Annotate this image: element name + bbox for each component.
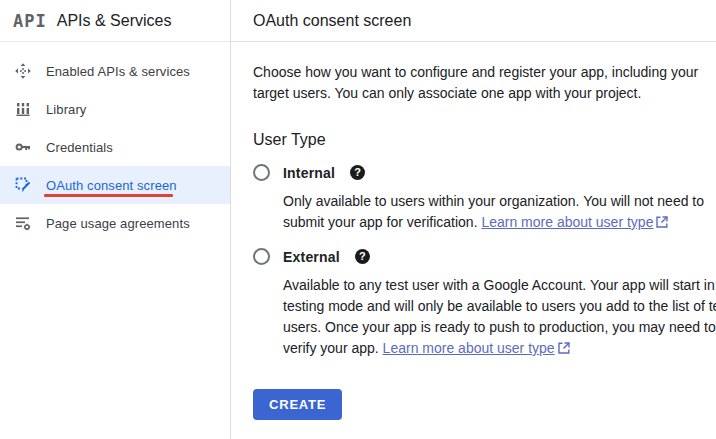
sidebar: API APIs & Services Enabled APIs & servi…	[0, 0, 231, 439]
external-link-icon	[656, 216, 668, 228]
key-icon	[14, 138, 32, 156]
agreements-gear-icon	[14, 214, 32, 232]
page-title: OAuth consent screen	[253, 12, 411, 30]
app-title: APIs & Services	[57, 12, 172, 30]
intro-text: Choose how you want to configure and reg…	[253, 62, 716, 104]
internal-help-icon[interactable]: ?	[350, 165, 365, 180]
learn-more-link-external[interactable]: Learn more about user type	[383, 340, 570, 356]
external-help-icon[interactable]: ?	[355, 249, 370, 264]
external-link-icon	[558, 342, 570, 354]
internal-label: Internal	[283, 165, 335, 181]
sidebar-item-label: Library	[46, 102, 86, 117]
sidebar-item-label: Enabled APIs & services	[46, 64, 190, 79]
sidebar-item-label: Credentials	[46, 140, 113, 155]
apis-dashboard-icon	[14, 62, 32, 80]
external-label: External	[283, 249, 340, 265]
sidebar-item-library[interactable]: Library	[0, 90, 230, 128]
sidebar-item-page-usage-agreements[interactable]: Page usage agreements	[0, 204, 230, 242]
create-button[interactable]: CREATE	[253, 389, 342, 420]
user-type-heading: User Type	[253, 131, 716, 149]
sidebar-header: API APIs & Services	[0, 0, 230, 42]
page-header: OAuth consent screen	[231, 0, 716, 42]
external-description: Available to any test user with a Google…	[283, 275, 716, 359]
sidebar-item-oauth-consent-screen[interactable]: OAuth consent screen	[0, 166, 230, 204]
apis-services-console: API APIs & Services Enabled APIs & servi…	[0, 0, 716, 439]
annotation-red-underline	[44, 194, 173, 197]
sidebar-item-label: Page usage agreements	[46, 216, 190, 231]
page-body: Choose how you want to configure and reg…	[231, 42, 716, 420]
sidebar-nav: Enabled APIs & services Library	[0, 42, 230, 242]
sidebar-item-enabled-apis[interactable]: Enabled APIs & services	[0, 52, 230, 90]
internal-description: Only available to users within your orga…	[283, 191, 716, 233]
sidebar-item-label: OAuth consent screen	[46, 178, 177, 193]
api-logo: API	[13, 11, 47, 31]
internal-option-row: Internal ?	[253, 163, 716, 182]
consent-screen-icon	[14, 176, 32, 194]
learn-more-link-internal[interactable]: Learn more about user type	[481, 214, 668, 230]
library-icon	[14, 100, 32, 118]
external-option-row: External ?	[253, 247, 716, 266]
external-radio[interactable]	[253, 248, 270, 265]
main-content: OAuth consent screen Choose how you want…	[231, 0, 716, 439]
internal-radio[interactable]	[253, 164, 270, 181]
sidebar-item-credentials[interactable]: Credentials	[0, 128, 230, 166]
